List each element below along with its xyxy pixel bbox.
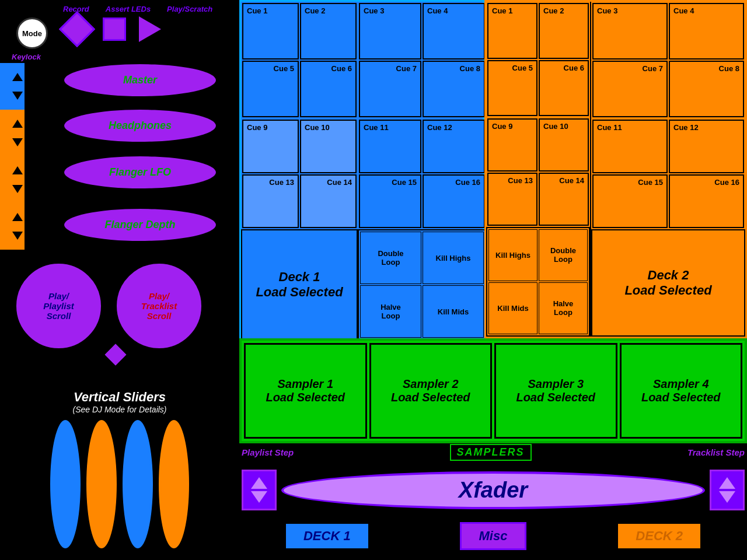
deck1-cues-top-left: Cue 1 Cue 2 Cue 5 Cue 6 <box>241 2 358 118</box>
deck1-halve-loop[interactable]: HalveLoop <box>360 285 421 338</box>
up-arrow-icon-right <box>719 477 735 489</box>
left-panel: Record Assert LEDs Play/Scratch Mode Key… <box>0 0 239 560</box>
slider-blue-1[interactable] <box>50 420 81 548</box>
slip-arrow-up[interactable] <box>12 120 23 128</box>
deck2-cue10[interactable]: Cue 10 <box>539 118 589 172</box>
deck2-right-panel: Cue 3 Cue 4 Cue 7 Cue 8 Cue 11 Cue 12 Cu… <box>591 2 745 337</box>
xfader-control[interactable]: Xfader <box>281 471 705 509</box>
deck1-section: Cue 1 Cue 2 Cue 5 Cue 6 Cue 3 Cue 4 Cue … <box>239 0 484 338</box>
deck2-kill-mids[interactable]: Kill Mids <box>488 282 537 334</box>
deck2-cue5[interactable]: Cue 5 <box>487 60 537 116</box>
deck2-cue15[interactable]: Cue 15 <box>592 174 668 228</box>
deck1-cue3[interactable]: Cue 3 <box>359 3 421 60</box>
fx-arrow-down[interactable] <box>12 185 23 193</box>
flanger-lfo-oval[interactable]: Flanger LFO <box>64 156 216 188</box>
stop-button[interactable] <box>103 18 126 41</box>
deck1-cue5[interactable]: Cue 5 <box>242 61 299 117</box>
deck1-cue4[interactable]: Cue 4 <box>423 3 485 60</box>
headphones-oval[interactable]: Headphones <box>64 110 216 142</box>
playlist-step-button[interactable] <box>242 470 277 510</box>
deck1-cue7[interactable]: Cue 7 <box>359 61 421 117</box>
deck2-cue4[interactable]: Cue 4 <box>669 3 744 60</box>
deck2-cue9[interactable]: Cue 9 <box>487 118 537 172</box>
main-area: Cue 1 Cue 2 Cue 5 Cue 6 Cue 3 Cue 4 Cue … <box>239 0 747 560</box>
deck1-cue1[interactable]: Cue 1 <box>242 3 299 60</box>
deck1-cue15[interactable]: Cue 15 <box>359 174 421 228</box>
deck1-cue6[interactable]: Cue 6 <box>300 61 357 117</box>
flanger-depth-arrow-up[interactable] <box>12 213 23 221</box>
deck1-cue2[interactable]: Cue 2 <box>300 3 357 60</box>
down-arrow-icon-right <box>719 491 735 503</box>
deck2-cue11[interactable]: Cue 11 <box>592 120 668 173</box>
deck1-cue12[interactable]: Cue 12 <box>423 120 485 173</box>
play-button[interactable] <box>139 16 161 42</box>
keylock-label: Keylock <box>12 52 41 61</box>
deck2-double-loop[interactable]: DoubleLoop <box>539 229 588 281</box>
deck1-cue10[interactable]: Cue 10 <box>300 120 357 173</box>
top-icons-row <box>64 16 161 42</box>
slider-blue-2[interactable] <box>123 420 153 548</box>
deck1-load-button[interactable]: Deck 1Load Selected <box>241 229 358 340</box>
deck2-cue12[interactable]: Cue 12 <box>669 120 744 173</box>
deck2-cue2[interactable]: Cue 2 <box>539 3 589 59</box>
flanger-depth-oval[interactable]: Flanger Depth <box>64 209 216 241</box>
tracklist-step-button[interactable] <box>710 470 745 510</box>
sliders-row <box>0 420 239 548</box>
deck2-cues-bottom-left: Cue 9 Cue 10 Cue 13 Cue 14 <box>486 117 590 227</box>
deck2-controls: Kill Highs DoubleLoop Kill Mids HalveLoo… <box>486 227 590 337</box>
deck2-cues-top-right: Cue 3 Cue 4 Cue 7 Cue 8 <box>591 2 745 118</box>
deck1-cue9[interactable]: Cue 9 <box>242 120 299 173</box>
deck2-section: Cue 1 Cue 2 Cue 5 Cue 6 Cue 9 Cue 10 Cue… <box>484 0 747 338</box>
sampler2-load-button[interactable]: Sampler 2Load Selected <box>369 343 493 439</box>
play-scratch-label: Play/Scratch <box>167 5 212 13</box>
sampler4-load-button[interactable]: Sampler 4Load Selected <box>620 343 743 439</box>
deck1-label-button[interactable]: DECK 1 <box>284 522 370 550</box>
slider-orange-2[interactable] <box>159 420 189 548</box>
slider-orange-1[interactable] <box>86 420 117 548</box>
deck2-label-button[interactable]: DECK 2 <box>616 522 702 550</box>
deck2-cue6[interactable]: Cue 6 <box>539 60 589 116</box>
fx-arrows <box>11 156 25 203</box>
sliders-section: Vertical Sliders (See DJ Mode for Detail… <box>0 390 239 548</box>
deck1-cue13[interactable]: Cue 13 <box>242 174 299 228</box>
deck2-cue13[interactable]: Cue 13 <box>487 173 537 226</box>
deck2-cue16[interactable]: Cue 16 <box>669 174 744 228</box>
deck2-cue8[interactable]: Cue 8 <box>669 61 744 117</box>
master-oval[interactable]: Master <box>64 64 216 96</box>
deck1-cues-bottom-left: Cue 9 Cue 10 Cue 13 Cue 14 <box>241 118 358 229</box>
fx-arrow-up[interactable] <box>12 166 23 174</box>
deck2-cue3[interactable]: Cue 3 <box>592 3 668 60</box>
sampler3-load-button[interactable]: Sampler 3Load Selected <box>494 343 617 439</box>
play-playlist-scroll-button[interactable]: Play/ Playlist Scroll <box>16 264 101 348</box>
misc-label-button[interactable]: Misc <box>460 522 527 550</box>
slip-arrow-down[interactable] <box>12 138 23 146</box>
strip-orange-flanger <box>0 203 11 250</box>
deck1-cue14[interactable]: Cue 14 <box>300 174 357 228</box>
deck1-kill-mids[interactable]: Kill Mids <box>423 285 484 338</box>
deck2-cue14[interactable]: Cue 14 <box>539 173 589 226</box>
play-tracklist-scroll-button[interactable]: Play/ Tracklist Scroll <box>117 264 201 348</box>
headphones-arrows <box>11 63 25 110</box>
deck1-cue11[interactable]: Cue 11 <box>359 120 421 173</box>
mode-button[interactable]: Mode <box>16 18 48 49</box>
headphones-arrow-down[interactable] <box>12 92 23 100</box>
deck2-kill-highs[interactable]: Kill Highs <box>488 229 537 281</box>
diamond-icon-1[interactable] <box>59 11 95 47</box>
deck2-cue1[interactable]: Cue 1 <box>487 3 537 59</box>
deck1-cue16[interactable]: Cue 16 <box>423 174 485 228</box>
samplers-badge: SAMPLERS <box>450 444 532 461</box>
strip-orange-slip <box>0 110 11 156</box>
flanger-depth-arrow-down[interactable] <box>12 232 23 240</box>
sampler1-load-button[interactable]: Sampler 1Load Selected <box>244 343 367 439</box>
deck2-halve-loop[interactable]: HalveLoop <box>539 282 588 334</box>
strip-orange-fx <box>0 156 11 203</box>
deck2-cue7[interactable]: Cue 7 <box>592 61 668 117</box>
deck1-kill-highs[interactable]: Kill Highs <box>423 232 484 284</box>
deck2-load-button[interactable]: Deck 2Load Selected <box>591 229 745 337</box>
deck1-cue8[interactable]: Cue 8 <box>423 61 485 117</box>
headphones-arrow-up[interactable] <box>12 73 23 81</box>
deck1-cues-bottom-right: Cue 11 Cue 12 Cue 15 Cue 16 <box>358 118 486 229</box>
strip-blue-headphones <box>0 63 11 110</box>
tracklist-step-label: Tracklist Step <box>687 447 745 457</box>
deck1-double-loop[interactable]: DoubleLoop <box>360 232 421 284</box>
